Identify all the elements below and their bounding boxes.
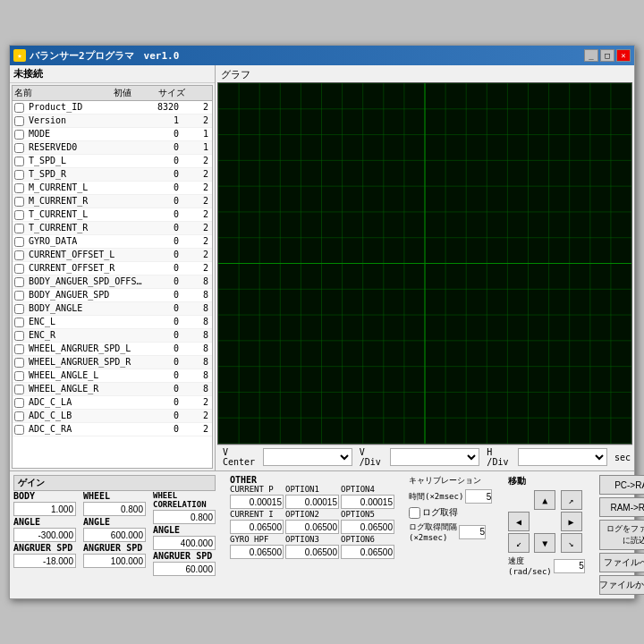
item-checkbox[interactable]	[14, 183, 24, 193]
vdiv-select[interactable]	[390, 448, 479, 466]
log-to-file-label: ログをファイルに読込	[604, 523, 644, 547]
list-item: ADC_C_LB 0 2	[13, 410, 212, 423]
item-name: BODY_ANGLE	[29, 302, 143, 315]
item-checkbox[interactable]	[14, 277, 24, 287]
gain-corr-input[interactable]	[153, 510, 216, 524]
move-section: 移動 ▲ ↗ ◀ ▶ ↙ ▼ ↘ 速度(rad/sec)	[508, 475, 585, 595]
list-scroll[interactable]: Product_ID 8320 2 Version 1 2 MODE 0 1 R…	[13, 101, 212, 467]
close-button[interactable]: ✕	[616, 49, 631, 62]
item-checkbox[interactable]	[14, 250, 24, 260]
option2-input[interactable]	[285, 520, 339, 534]
item-name: ENC_R	[29, 329, 143, 342]
option3-input[interactable]	[285, 545, 339, 559]
item-checkbox[interactable]	[14, 331, 24, 341]
item-value: 0	[143, 195, 179, 208]
gain-body-angruer-input[interactable]	[13, 554, 76, 568]
item-checkbox[interactable]	[14, 358, 24, 368]
item-checkbox[interactable]	[14, 304, 24, 314]
item-value: 0	[143, 262, 179, 275]
item-checkbox[interactable]	[14, 103, 24, 113]
log-checkbox[interactable]	[409, 507, 420, 519]
content-area: 未接続 名前 初値 サイズ Product_ID 8320 2 Version …	[10, 65, 634, 470]
item-name: BODY_ANGUER_SPD	[29, 289, 143, 301]
item-name: ADC_C_RA	[29, 423, 143, 436]
current-p-input[interactable]	[230, 495, 284, 509]
gain-wheel-angruer-input[interactable]	[83, 554, 146, 568]
item-checkbox[interactable]	[14, 411, 24, 421]
item-name: MODE	[29, 128, 143, 140]
item-checkbox[interactable]	[14, 318, 24, 327]
item-checkbox[interactable]	[14, 398, 24, 408]
pc-to-ram-button[interactable]: PC->RAM	[599, 475, 644, 495]
ram-to-rom-button[interactable]: RAM->ROM	[599, 497, 644, 517]
col-value: 初値	[114, 87, 158, 99]
calib-time-input[interactable]	[465, 489, 492, 504]
graph-grid-svg	[218, 83, 631, 444]
option3-label: OPTION3	[285, 535, 339, 544]
item-checkbox[interactable]	[14, 237, 24, 247]
move-br-button[interactable]: ↘	[561, 533, 582, 553]
gain-row: BODY ANGLE ANGRUER SPD WHEEL ANGLE ANGRU…	[13, 491, 216, 576]
item-value: 0	[143, 249, 179, 261]
gain-wheel-angruer-label: ANGRUER SPD	[83, 543, 146, 553]
move-down-button[interactable]: ▼	[534, 533, 555, 553]
item-checkbox[interactable]	[14, 425, 24, 435]
list-item: CURRENT_OFFSET_R 0 2	[13, 262, 212, 275]
item-checkbox[interactable]	[14, 371, 24, 381]
vcenter-select[interactable]	[263, 448, 352, 466]
item-size: 2	[179, 410, 210, 422]
item-checkbox[interactable]	[14, 157, 24, 166]
item-checkbox[interactable]	[14, 197, 24, 207]
item-size: 2	[179, 235, 210, 248]
log-to-file-button[interactable]: ログをファイルに読込	[599, 520, 644, 550]
item-checkbox[interactable]	[14, 143, 24, 153]
gain-wheel-angle-input[interactable]	[83, 528, 146, 542]
other-grid: CURRENT P CURRENT I GYRO HPF OPTION1 OPT…	[230, 485, 394, 559]
maximize-button[interactable]: □	[600, 49, 614, 62]
title-buttons: _ □ ✕	[584, 49, 631, 62]
option1-input[interactable]	[285, 495, 339, 509]
gain-body-angle-input[interactable]	[13, 528, 76, 542]
item-checkbox[interactable]	[14, 116, 24, 126]
gain-corr-angruer-input[interactable]	[153, 562, 216, 576]
option5-input[interactable]	[341, 520, 394, 534]
item-value: 0	[143, 410, 179, 422]
item-name: T_CURRENT_R	[29, 222, 143, 234]
current-i-input[interactable]	[230, 520, 284, 534]
list-item: Product_ID 8320 2	[13, 101, 212, 114]
minimize-button[interactable]: _	[584, 49, 598, 62]
option6-input[interactable]	[341, 545, 394, 559]
item-checkbox[interactable]	[14, 264, 24, 274]
item-size: 8	[179, 383, 210, 395]
item-size: 2	[179, 249, 210, 261]
gain-body-input[interactable]	[13, 502, 76, 516]
item-checkbox[interactable]	[14, 130, 24, 140]
gain-wheel-input[interactable]	[83, 502, 146, 516]
move-tr-button[interactable]: ↗	[561, 490, 582, 510]
item-size: 8	[179, 343, 210, 355]
speed-input[interactable]	[554, 559, 585, 573]
item-checkbox[interactable]	[14, 224, 24, 233]
item-checkbox[interactable]	[14, 210, 24, 220]
list-item: MODE 0 1	[13, 128, 212, 141]
item-value: 0	[143, 396, 179, 409]
item-checkbox[interactable]	[14, 344, 24, 354]
item-checkbox[interactable]	[14, 170, 24, 180]
move-left-button[interactable]: ◀	[508, 512, 530, 531]
move-right-button[interactable]: ▶	[561, 512, 582, 531]
read-file-button[interactable]: ファイルから読込	[599, 575, 644, 595]
log-time-label: ログ取得間隔(×2msec)	[409, 521, 457, 542]
item-size: 2	[179, 262, 210, 275]
hdiv-select[interactable]	[518, 448, 607, 466]
item-checkbox[interactable]	[14, 385, 24, 394]
variable-list-container: 名前 初値 サイズ Product_ID 8320 2 Version 1 2 …	[12, 85, 213, 469]
gyro-hpf-input[interactable]	[230, 545, 284, 559]
move-bl-button[interactable]: ↙	[508, 533, 530, 553]
gain-corr-angle-input[interactable]	[153, 536, 216, 550]
item-checkbox[interactable]	[14, 291, 24, 301]
option4-input[interactable]	[341, 495, 394, 509]
left-panel: 未接続 名前 初値 サイズ Product_ID 8320 2 Version …	[10, 65, 216, 470]
save-file-button[interactable]: ファイルへ保存	[599, 553, 644, 572]
move-up-button[interactable]: ▲	[534, 490, 555, 510]
log-time-input[interactable]	[459, 525, 486, 539]
